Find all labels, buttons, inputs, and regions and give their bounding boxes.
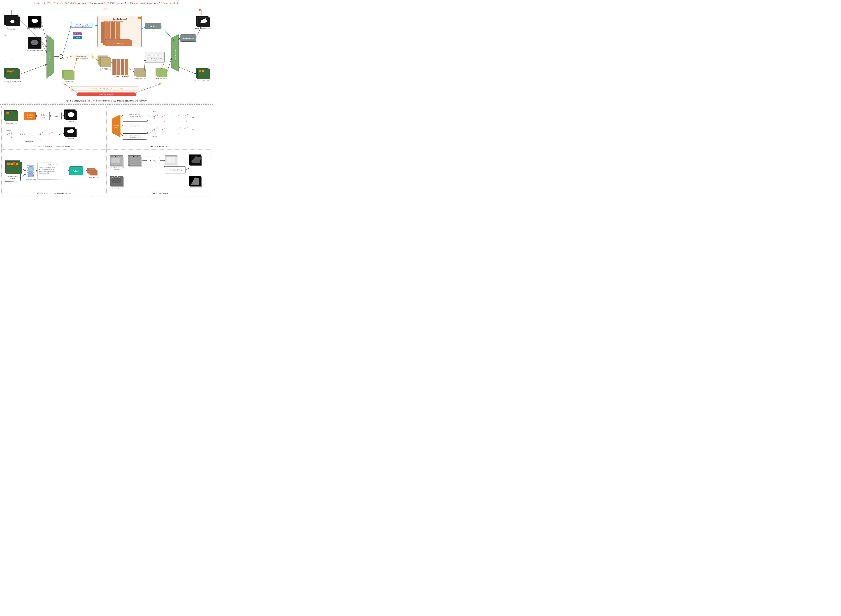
noise-loss-formula: ℒ_noise = 𝔼_{(M,E_text,V),t∼N(0,1)}[||ε …	[87, 88, 123, 89]
rom-mask-stage2-blob	[32, 19, 38, 23]
frame0-label: 0	[9, 139, 10, 141]
video-mask-label: Video Mask	[68, 121, 75, 122]
svg-point-50	[176, 129, 177, 129]
e-arrow2b	[161, 164, 165, 167]
left-ellipsis: ⋮	[11, 50, 14, 53]
subfig-d-svg: Action Description: Wash cup Instruction…	[3, 151, 104, 190]
c-hsl-label: Hand Structure Loss	[129, 123, 140, 125]
hand-structure-loss-banner-label: Hand Structure Loss	[99, 94, 113, 95]
e-train-video-label2: Training Video (Stage 1): V_Mask	[109, 188, 125, 189]
reverse-formula: z₀ = √(1-ᾱ)·E_θ(1-ᾱ) / √(Π(1-ᾱ))	[148, 58, 162, 59]
rom-mask-stage1-blob	[31, 40, 39, 45]
c-frameL: L	[186, 120, 187, 122]
svg-point-8	[11, 137, 12, 138]
c-frame0: 0	[156, 120, 156, 122]
clean-latent-dim: z₀ ∈ ℝ^{L×H/8×W/8×d}	[64, 82, 75, 84]
svg-rect-63	[131, 156, 131, 157]
svg-line-42	[154, 129, 154, 131]
mask-post-process-label: Mask Post-Process	[182, 37, 194, 39]
d-enriched-text1: The person holds a cup in the left	[39, 167, 55, 168]
fill-convex-hull-label1: Fill Convex	[41, 114, 47, 116]
instruct-item1	[6, 112, 9, 114]
mIoU-label: ℒ_mIoU	[102, 7, 109, 10]
subfig-c: Hand Pose Detection Hand Keypoints from …	[106, 106, 211, 150]
c-right-ellipsis-top: ···	[192, 116, 194, 119]
c-keypoints-train-label1: Hand Keypoints from	[129, 114, 140, 115]
e-train-video-label1b: (noisy input)	[114, 169, 119, 170]
c-gen-frameL1: L-1	[178, 133, 179, 135]
svg-point-26	[153, 116, 154, 117]
c-gen-keyframe-1: 1	[162, 128, 166, 135]
svg-point-17	[39, 134, 40, 135]
e-noisy-mask2	[111, 157, 124, 167]
d-nn-layer6	[27, 173, 34, 175]
output-stage1-label: Training Video (Stage 1): V_Mask	[195, 28, 210, 29]
main-caption: (a): Two-Stage Instructional Video Gener…	[3, 99, 210, 103]
noise-predictor-bottom-label: Noise Predictor: 𝒟	[116, 75, 129, 77]
c-hand-pose-label1: Hand Pose	[113, 125, 119, 126]
svg-rect-57	[113, 156, 114, 156]
c-frameL1: L-1	[178, 120, 179, 122]
e-noisy-mask4	[129, 157, 142, 167]
e-ellipsis-bottom2: ···	[204, 180, 206, 182]
c-ellipsis: ···	[172, 115, 173, 117]
d-embed-block3	[90, 170, 97, 175]
c-keyframe-1: 1	[162, 114, 166, 122]
e-morph-label: Morphological Closing	[169, 169, 182, 171]
e-noisy-bottom2	[111, 177, 124, 187]
training-video-stage1-label: Training Video (Stage 1): V_Mask	[4, 27, 21, 29]
c-gen-keyframe-L: L	[184, 127, 188, 135]
hand-pose-det-label2: Detection	[27, 117, 32, 118]
est-clean-latent-label: Estimated Clean Latent: z₀	[155, 78, 167, 79]
svg-point-27	[157, 114, 157, 115]
bottom-section: Instructional Video ··· Hand Pose Detect…	[0, 105, 213, 198]
vae-enc-label: VAE Enc.: Φ_Enc	[49, 52, 50, 62]
left-ellipsis2: ⋮	[11, 59, 14, 62]
c-gen-frameL: L	[186, 133, 187, 135]
main-svg-wrapper: ℒ_mIoU Training Video (Stage 1): V_Mask …	[3, 6, 210, 99]
svg-point-18	[42, 132, 43, 133]
train-block4	[125, 59, 128, 75]
c-gen-keyframe-L1: L-1	[176, 127, 180, 135]
d-enriched-text4: flowing into the sink.	[39, 172, 49, 173]
training-video-stage1-dim: ∈ ℝ^{L×H×W×1}	[8, 29, 16, 30]
d-nn-layer2	[27, 167, 34, 168]
subfig-e-svg: Training Video (Stage 1): V_Mask (noisy …	[108, 151, 209, 190]
d-nn-layer7	[27, 175, 34, 177]
hand-pose-det-box	[24, 112, 36, 120]
svg-point-28	[154, 118, 154, 119]
svg-point-13	[24, 132, 25, 133]
svg-point-47	[162, 129, 163, 130]
noise-texture: ≋≋≋≋≋	[103, 63, 107, 64]
svg-point-12	[20, 134, 21, 135]
b-keypoint-ellipsis: ···	[32, 135, 33, 137]
svg-point-44	[157, 127, 157, 128]
c-frame-no-label2: Frame No.	[152, 136, 157, 137]
testing-label: Testing	[75, 33, 79, 35]
predicted-noise-label: Predicted Noise: ε_θ	[135, 78, 144, 79]
noisy-latent-dim: z_t ∈ ℝ^{L×H/8×W/8×d+1}	[99, 69, 111, 70]
formula-text: L_mIoU = 1 - (1/L) * Σ_{l=1}^{L} [ Σ_{i,…	[34, 2, 179, 4]
svg-line-45	[162, 128, 166, 130]
subfig-e: Training Video (Stage 1): V_Mask (noisy …	[106, 150, 211, 196]
e-final-mask2	[190, 156, 202, 166]
gen-item1	[199, 70, 201, 72]
svg-line-41	[154, 128, 157, 129]
c-right-ellipsis-bot: ···	[192, 128, 194, 131]
top-left-ellipsis: ···	[5, 34, 7, 37]
c-keyframe-L1: L-1	[176, 114, 180, 122]
subfig-d: Action Description: Wash cup Instruction…	[1, 150, 106, 196]
d-item1	[7, 163, 10, 165]
c-dashed-gen	[147, 130, 153, 136]
svg-line-46	[163, 129, 163, 132]
svg-line-25	[157, 114, 158, 117]
svg-point-51	[179, 127, 180, 128]
svg-rect-61	[119, 156, 120, 157]
hand-keypoints-label: Hand Keypoints	[25, 141, 33, 142]
e-final-bottom2	[190, 177, 202, 188]
svg-point-32	[165, 114, 166, 115]
train-block1	[113, 59, 116, 75]
math-formula: L_mIoU = 1 - (1/L) * Σ_{l=1}^{L} [ Σ_{i,…	[3, 2, 210, 4]
svg-line-23	[154, 114, 157, 116]
d-arrow2	[21, 174, 26, 177]
